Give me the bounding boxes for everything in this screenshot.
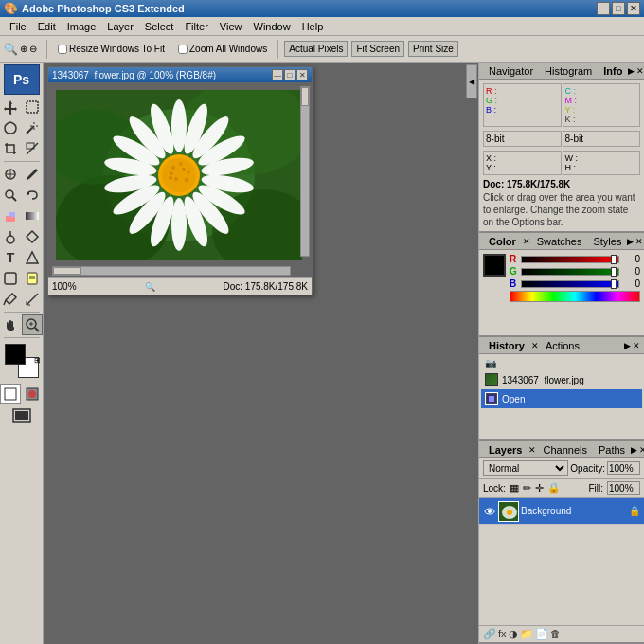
svg-point-75 bbox=[507, 510, 512, 515]
tool-zoom[interactable] bbox=[22, 314, 43, 335]
delete-layer-icon[interactable]: 🗑 bbox=[550, 628, 561, 640]
add-style-icon[interactable]: fx bbox=[498, 628, 507, 640]
navigator-tab[interactable]: Navigator bbox=[483, 64, 539, 78]
reset-colors-icon[interactable]: ⊞ bbox=[34, 356, 41, 365]
menu-filter[interactable]: Filter bbox=[179, 19, 213, 34]
tool-eyedropper[interactable] bbox=[0, 289, 21, 310]
menu-file[interactable]: File bbox=[4, 19, 32, 34]
tool-hand[interactable] bbox=[0, 314, 21, 335]
history-tab[interactable]: History bbox=[483, 339, 530, 352]
fit-screen-button[interactable]: Fit Screen bbox=[351, 41, 404, 57]
doc-maximize[interactable]: □ bbox=[284, 69, 295, 80]
info-tab[interactable]: Info bbox=[598, 64, 628, 78]
quick-mask-off[interactable] bbox=[0, 384, 21, 404]
menu-window[interactable]: Window bbox=[248, 19, 296, 34]
doc-vscrollbar[interactable] bbox=[300, 86, 310, 257]
tool-dodge[interactable] bbox=[0, 226, 21, 247]
print-size-button[interactable]: Print Size bbox=[408, 41, 458, 57]
layers-tab[interactable]: Layers bbox=[483, 443, 528, 456]
foreground-color-swatch[interactable] bbox=[5, 344, 26, 365]
tool-move[interactable] bbox=[0, 97, 21, 117]
tool-brush[interactable] bbox=[22, 164, 43, 185]
tool-history-brush[interactable] bbox=[22, 185, 43, 206]
layers-panel-menu[interactable]: ▶ bbox=[631, 445, 637, 455]
quick-mask-on[interactable] bbox=[22, 384, 43, 404]
g-slider-thumb[interactable] bbox=[611, 267, 617, 277]
channels-tab[interactable]: Channels bbox=[537, 443, 592, 456]
b-slider-track[interactable] bbox=[521, 280, 619, 288]
zoom-all-windows-button[interactable]: Zoom All Windows bbox=[173, 41, 272, 57]
swatches-tab[interactable]: Swatches bbox=[531, 235, 588, 248]
menu-edit[interactable]: Edit bbox=[32, 19, 62, 34]
layers-panel-close[interactable]: ✕ bbox=[639, 445, 644, 455]
title-bar-buttons[interactable]: — □ ✕ bbox=[597, 2, 640, 15]
g-slider-track[interactable] bbox=[521, 268, 619, 276]
layer-item-0[interactable]: Background 🔒 bbox=[479, 498, 644, 525]
styles-tab[interactable]: Styles bbox=[587, 235, 627, 248]
tool-healing[interactable] bbox=[0, 164, 21, 185]
lock-move-icon[interactable]: ✛ bbox=[535, 482, 544, 494]
color-fg-swatch[interactable] bbox=[483, 254, 506, 277]
link-layers-icon[interactable]: 🔗 bbox=[483, 628, 496, 640]
menu-image[interactable]: Image bbox=[62, 19, 102, 34]
color-tab[interactable]: Color bbox=[483, 235, 522, 248]
history-item-0[interactable]: 1343067_flower.jpg bbox=[481, 370, 642, 389]
actions-tab[interactable]: Actions bbox=[540, 339, 585, 352]
add-mask-icon[interactable]: ◑ bbox=[509, 628, 518, 640]
new-layer-icon[interactable]: 📄 bbox=[535, 628, 548, 640]
tool-path-selection[interactable] bbox=[22, 247, 43, 268]
tool-type[interactable]: T bbox=[0, 247, 21, 268]
tool-gradient[interactable] bbox=[22, 206, 43, 226]
doc-hscrollbar[interactable] bbox=[52, 266, 291, 276]
blend-mode-select[interactable]: Normal bbox=[483, 460, 568, 476]
info-panel-menu[interactable]: ▶ bbox=[628, 66, 635, 76]
resize-windows-checkbox[interactable] bbox=[58, 45, 67, 54]
actual-pixels-button[interactable]: Actual Pixels bbox=[284, 41, 348, 57]
tool-slice[interactable] bbox=[22, 138, 43, 159]
tool-lasso[interactable] bbox=[0, 117, 21, 138]
tool-crop[interactable] bbox=[0, 138, 21, 159]
tool-eraser[interactable] bbox=[0, 206, 21, 226]
layer-eye-0[interactable] bbox=[483, 505, 496, 518]
menu-select[interactable]: Select bbox=[139, 19, 180, 34]
histogram-tab[interactable]: Histogram bbox=[539, 64, 598, 78]
b-slider-thumb[interactable] bbox=[611, 279, 617, 289]
info-panel-close[interactable]: ✕ bbox=[636, 66, 644, 76]
menu-view[interactable]: View bbox=[214, 19, 248, 34]
doc-vscroll-thumb[interactable] bbox=[301, 87, 309, 106]
r-slider-track[interactable] bbox=[521, 256, 619, 263]
minimize-button[interactable]: — bbox=[597, 2, 610, 15]
menu-help[interactable]: Help bbox=[296, 19, 330, 34]
tool-measure[interactable] bbox=[22, 289, 43, 310]
fill-input[interactable] bbox=[607, 481, 640, 495]
menu-layer[interactable]: Layer bbox=[101, 19, 139, 34]
color-spectrum[interactable] bbox=[510, 291, 640, 302]
history-item-1[interactable]: Open bbox=[481, 389, 642, 408]
doc-minimize[interactable]: — bbox=[272, 69, 283, 80]
new-group-icon[interactable]: 📁 bbox=[520, 628, 533, 640]
lock-transparent-icon[interactable]: ▦ bbox=[510, 482, 519, 494]
maximize-button[interactable]: □ bbox=[612, 2, 625, 15]
lock-image-icon[interactable]: ✏ bbox=[523, 482, 531, 494]
paths-tab[interactable]: Paths bbox=[593, 443, 631, 456]
color-panel-close[interactable]: ✕ bbox=[635, 237, 643, 246]
doc-title-buttons[interactable]: — □ ✕ bbox=[272, 69, 308, 80]
r-slider-thumb[interactable] bbox=[611, 255, 617, 264]
tool-notes[interactable] bbox=[22, 268, 43, 289]
lock-all-icon[interactable]: 🔒 bbox=[547, 482, 561, 494]
zoom-all-checkbox[interactable] bbox=[178, 45, 188, 54]
tool-magic-wand[interactable] bbox=[22, 117, 43, 138]
color-panel-menu[interactable]: ▶ bbox=[627, 237, 634, 246]
tool-clone[interactable] bbox=[0, 185, 21, 206]
opacity-input[interactable] bbox=[607, 461, 640, 475]
resize-windows-button[interactable]: Resize Windows To Fit bbox=[53, 41, 170, 57]
close-button[interactable]: ✕ bbox=[627, 2, 640, 15]
tool-marquee[interactable] bbox=[22, 97, 43, 117]
history-panel-menu[interactable]: ▶ bbox=[624, 341, 631, 350]
tool-pen[interactable] bbox=[22, 226, 43, 247]
history-panel-close[interactable]: ✕ bbox=[633, 341, 640, 350]
doc-close[interactable]: ✕ bbox=[296, 69, 308, 80]
tool-shape[interactable] bbox=[0, 268, 21, 289]
screen-mode-icon[interactable] bbox=[12, 408, 31, 423]
doc-hscroll-thumb[interactable] bbox=[53, 267, 81, 275]
